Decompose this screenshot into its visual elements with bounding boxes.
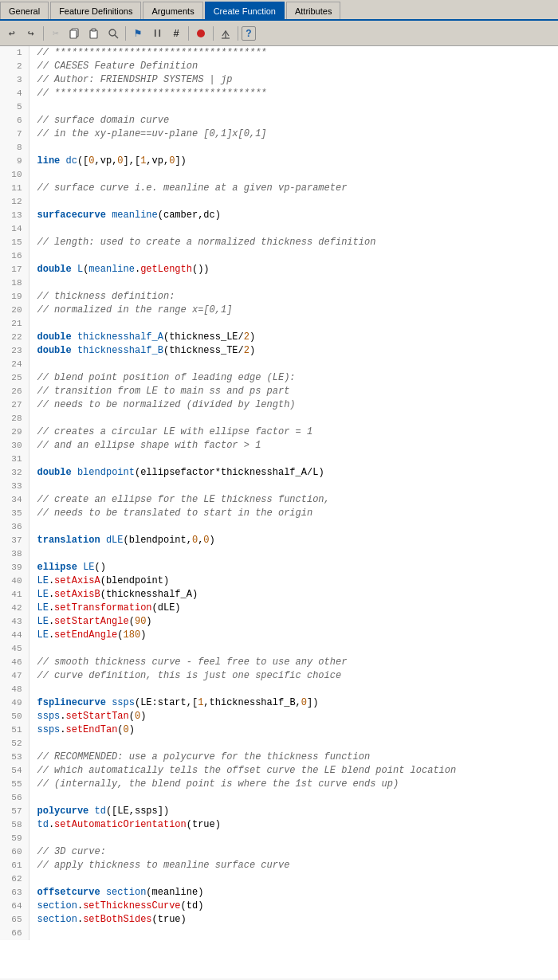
line-number: 16 xyxy=(0,249,29,263)
help-button[interactable]: ? xyxy=(242,26,256,41)
code-line[interactable] xyxy=(29,791,558,805)
table-row: 35// needs to be translated to start in … xyxy=(0,507,558,520)
code-line[interactable] xyxy=(29,520,558,534)
code-line[interactable]: // needs to be translated to start in th… xyxy=(29,507,558,520)
hash-button[interactable]: # xyxy=(167,25,185,42)
tab-arguments[interactable]: Arguments xyxy=(143,2,202,19)
paste-button[interactable] xyxy=(85,25,103,42)
line-number: 36 xyxy=(0,520,29,534)
code-line[interactable] xyxy=(29,222,558,236)
code-line[interactable] xyxy=(29,317,558,331)
code-line[interactable] xyxy=(29,141,558,155)
code-line[interactable]: LE.setAxisB(thicknesshalf_A) xyxy=(29,588,558,602)
code-line[interactable] xyxy=(29,547,558,561)
code-line[interactable]: ssps.setEndTan(0) xyxy=(29,723,558,737)
code-line[interactable]: section.setThicknessCurve(td) xyxy=(29,900,558,913)
code-line[interactable]: polycurve td([LE,ssps]) xyxy=(29,805,558,818)
code-line[interactable]: // surface curve i.e. meanline at a give… xyxy=(29,182,558,195)
table-row: 29// creates a circular LE with ellipse … xyxy=(0,425,558,439)
code-line[interactable] xyxy=(29,737,558,751)
table-row: 14 xyxy=(0,222,558,236)
code-line[interactable]: // blend point position of leading edge … xyxy=(29,371,558,385)
code-line[interactable]: // normalized in the range x=[0,1] xyxy=(29,304,558,317)
code-line[interactable]: // and an ellipse shape with factor > 1 xyxy=(29,439,558,453)
code-line[interactable] xyxy=(29,453,558,466)
line-number: 4 xyxy=(0,87,29,100)
record-button[interactable] xyxy=(192,25,210,42)
flag-button[interactable]: ⚑ xyxy=(129,25,147,42)
table-row: 20// normalized in the range x=[0,1] xyxy=(0,304,558,317)
code-line[interactable]: fsplinecurve ssps(LE:start,[1,thicknessh… xyxy=(29,696,558,710)
table-row: 13surfacecurve meanline(camber,dc) xyxy=(0,209,558,222)
line-number: 50 xyxy=(0,710,29,723)
code-line[interactable]: // RECOMMENDED: use a polycurve for the … xyxy=(29,751,558,764)
code-line[interactable] xyxy=(29,832,558,845)
code-line[interactable]: // CAESES Feature Definition xyxy=(29,60,558,73)
code-line[interactable] xyxy=(29,100,558,114)
code-line[interactable]: // in the xy-plane==uv-plane [0,1]x[0,1] xyxy=(29,127,558,141)
table-row: 3// Author: FRIENDSHIP SYSTEMS | jp xyxy=(0,73,558,87)
code-line[interactable]: // ************************************* xyxy=(29,87,558,100)
redo-button[interactable]: ↪ xyxy=(22,25,40,42)
table-row: 30// and an ellipse shape with factor > … xyxy=(0,439,558,453)
code-line[interactable]: LE.setStartAngle(90) xyxy=(29,615,558,629)
code-line[interactable]: double thicknesshalf_B(thickness_TE/2) xyxy=(29,344,558,358)
code-line[interactable]: // apply thickness to meanline surface c… xyxy=(29,859,558,872)
code-line[interactable]: line dc([0,vp,0],[1,vp,0]) xyxy=(29,155,558,168)
tab-feature-definitions[interactable]: Feature Definitions xyxy=(50,2,141,19)
code-line[interactable]: surfacecurve meanline(camber,dc) xyxy=(29,209,558,222)
undo-button[interactable]: ↩ xyxy=(3,25,21,42)
find-button[interactable] xyxy=(104,25,122,42)
code-line[interactable]: translation dLE(blendpoint,0,0) xyxy=(29,534,558,547)
code-line[interactable]: // length: used to create a normalized t… xyxy=(29,236,558,249)
code-line[interactable] xyxy=(29,358,558,371)
code-line[interactable]: // Author: FRIENDSHIP SYSTEMS | jp xyxy=(29,73,558,87)
line-number: 44 xyxy=(0,629,29,642)
code-line[interactable]: // (internally, the blend point is where… xyxy=(29,778,558,791)
code-line[interactable]: // create an ellipse for the LE thicknes… xyxy=(29,493,558,507)
code-line[interactable] xyxy=(29,480,558,493)
code-line[interactable] xyxy=(29,249,558,263)
copy-button[interactable] xyxy=(66,25,84,42)
code-line[interactable]: // smooth thickness curve - feel free to… xyxy=(29,656,558,669)
code-line[interactable]: double L(meanline.getLength()) xyxy=(29,263,558,276)
code-line[interactable]: LE.setAxisA(blendpoint) xyxy=(29,574,558,588)
code-line[interactable]: // curve definition, this is just one sp… xyxy=(29,669,558,683)
code-line[interactable]: // surface domain curve xyxy=(29,114,558,127)
code-line[interactable]: LE.setEndAngle(180) xyxy=(29,629,558,642)
code-line[interactable] xyxy=(29,642,558,656)
code-editor[interactable]: 1// ************************************… xyxy=(0,46,558,978)
code-line[interactable] xyxy=(29,168,558,182)
pause-button[interactable]: ❙❙ xyxy=(148,25,166,42)
export-button[interactable] xyxy=(217,25,234,42)
code-line[interactable]: ellipse LE() xyxy=(29,561,558,574)
code-line[interactable] xyxy=(29,683,558,696)
table-row: 42LE.setTransformation(dLE) xyxy=(0,602,558,615)
code-line[interactable]: // ************************************* xyxy=(29,46,558,60)
tab-create-function[interactable]: Create Function xyxy=(205,2,285,19)
code-line[interactable]: ssps.setStartTan(0) xyxy=(29,710,558,723)
code-line[interactable]: LE.setTransformation(dLE) xyxy=(29,602,558,615)
table-row: 63offsetcurve section(meanline) xyxy=(0,886,558,900)
code-line[interactable]: section.setBothSides(true) xyxy=(29,913,558,927)
table-row: 54// which automatically tells the offse… xyxy=(0,764,558,778)
tab-general[interactable]: General xyxy=(0,2,49,19)
tab-attributes[interactable]: Attributes xyxy=(286,2,340,19)
code-line[interactable]: // creates a circular LE with ellipse fa… xyxy=(29,425,558,439)
cut-button[interactable]: ✂ xyxy=(47,25,65,42)
code-line[interactable]: // transition from LE to main ss and ps … xyxy=(29,385,558,398)
code-line[interactable]: // thickness definition: xyxy=(29,290,558,304)
code-line[interactable]: // needs to be normalized (divided by le… xyxy=(29,398,558,412)
code-line[interactable]: // which automatically tells the offset … xyxy=(29,764,558,778)
code-line[interactable]: // 3D curve: xyxy=(29,845,558,859)
code-line[interactable] xyxy=(29,195,558,209)
line-number: 31 xyxy=(0,453,29,466)
code-line[interactable]: double thicknesshalf_A(thickness_LE/2) xyxy=(29,331,558,344)
code-line[interactable]: offsetcurve section(meanline) xyxy=(29,886,558,900)
code-line[interactable] xyxy=(29,927,558,940)
code-line[interactable]: td.setAutomaticOrientation(true) xyxy=(29,818,558,832)
code-line[interactable] xyxy=(29,872,558,886)
code-line[interactable] xyxy=(29,412,558,425)
code-line[interactable]: double blendpoint(ellipsefactor*thicknes… xyxy=(29,466,558,480)
code-line[interactable] xyxy=(29,276,558,290)
